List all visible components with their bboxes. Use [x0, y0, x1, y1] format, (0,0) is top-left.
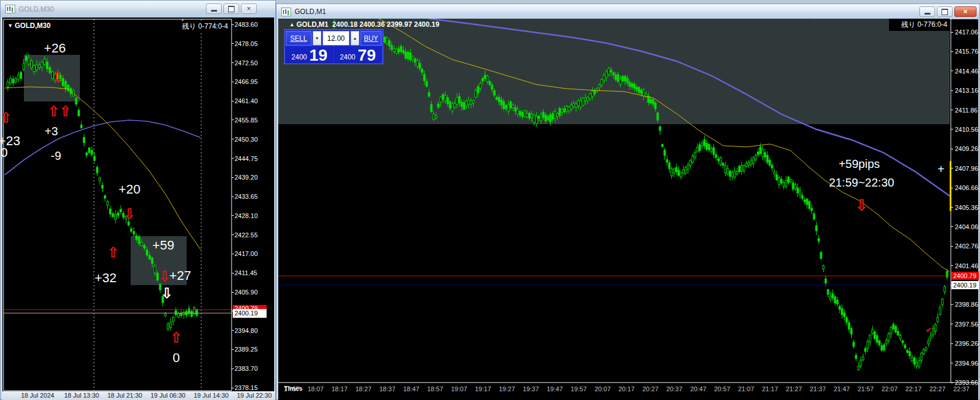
volume-input[interactable] — [323, 31, 349, 45]
restore-button[interactable] — [223, 3, 239, 14]
window-title: GOLD,M30 — [19, 5, 54, 13]
minimize-icon — [211, 10, 217, 12]
window-title: GOLD,M1 — [295, 8, 326, 16]
close-button[interactable]: × — [241, 3, 257, 14]
close-button[interactable]: × — [954, 6, 977, 17]
close-icon: × — [247, 5, 251, 13]
chart-area-m1[interactable] — [278, 19, 978, 400]
close-icon: × — [963, 8, 967, 16]
volume-increase-button[interactable]: ▲ — [351, 31, 359, 45]
chart-area-m30[interactable] — [2, 17, 274, 391]
restore-icon — [228, 6, 235, 12]
sell-button[interactable]: SELL — [286, 31, 312, 45]
window-gold-m30: GOLD,M30 × — [0, 0, 276, 400]
volume-decrease-button[interactable]: ▼ — [313, 31, 321, 45]
mt4-workspace: GOLD,M30 × ▼ GOLD,M30 残り 0-774:0-4 GOLD,… — [0, 0, 980, 400]
chart-window-icon — [281, 8, 291, 16]
time-axis-strip-m30[interactable] — [2, 391, 275, 400]
sell-price-display[interactable]: 240019 — [286, 47, 333, 64]
restore-button[interactable] — [937, 6, 953, 17]
buy-price-display[interactable]: 240079 — [334, 47, 382, 64]
chart-window-icon — [5, 5, 15, 13]
restore-icon — [942, 9, 948, 15]
minimize-icon — [925, 13, 930, 15]
one-click-trading-panel: SELL ▼ ▲ BUY 240019 240079 — [284, 29, 383, 64]
minimize-button[interactable] — [206, 3, 222, 14]
title-bar-right[interactable]: GOLD,M1 — [276, 4, 979, 19]
buy-button[interactable]: BUY — [360, 31, 382, 45]
minimize-button[interactable] — [919, 6, 935, 17]
